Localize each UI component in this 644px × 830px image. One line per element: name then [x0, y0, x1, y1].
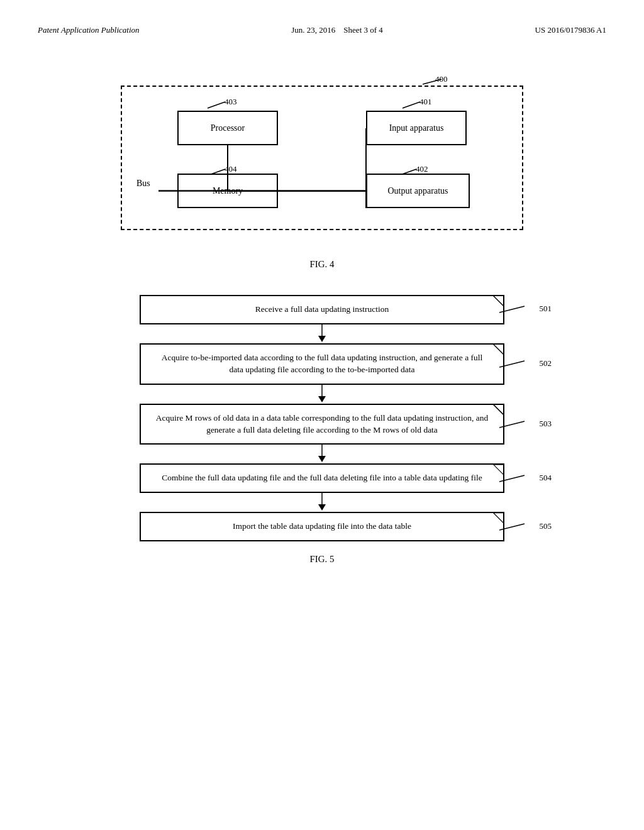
ref-502-label: 502 — [540, 358, 552, 368]
ref-502: 502 — [499, 358, 552, 370]
step-501-text: Receive a full data updating instruction — [255, 304, 389, 314]
ref-505-label: 505 — [540, 521, 552, 531]
fig4-caption: FIG. 4 — [309, 259, 334, 270]
page-header: Patent Application Publication Jun. 23, … — [38, 25, 606, 35]
svg-line-23 — [499, 306, 525, 313]
flow-item-505: Import the table data updating file into… — [140, 512, 504, 541]
svg-line-29 — [499, 421, 525, 428]
ref-501-label: 501 — [540, 304, 552, 313]
svg-marker-31 — [318, 456, 326, 462]
ref-505: 505 — [499, 521, 552, 533]
memory-box: Memory — [177, 174, 278, 208]
header-left: Patent Application Publication — [38, 25, 140, 35]
input-box: Input apparatus — [366, 111, 467, 145]
arrow-1 — [140, 324, 504, 343]
svg-line-32 — [499, 475, 525, 482]
ref-503-label: 503 — [540, 419, 552, 428]
fig5-container: Receive a full data updating instruction… — [38, 295, 606, 571]
arrow-4 — [140, 493, 504, 512]
step-503-text: Acquire M rows of old data in a data tab… — [156, 413, 489, 434]
processor-label: Processor — [211, 123, 245, 133]
arrow-2 — [140, 385, 504, 404]
ref-404-label: 404 — [225, 164, 237, 174]
ref-503: 503 — [499, 418, 552, 431]
ref-504-label: 504 — [540, 473, 552, 482]
step-505-text: Import the table data updating file into… — [233, 521, 411, 531]
flow-box-503: Acquire M rows of old data in a data tab… — [140, 404, 504, 445]
bus-label: Bus — [136, 179, 150, 189]
svg-marker-28 — [318, 396, 326, 402]
flow-box-504: Combine the full data updating file and … — [140, 463, 504, 493]
step-502-text: Acquire to-be-imported data according to… — [162, 353, 483, 374]
svg-marker-34 — [318, 504, 326, 511]
memory-label: Memory — [213, 186, 243, 196]
header-date: Jun. 23, 2016 — [291, 25, 335, 35]
header-right: US 2016/0179836 A1 — [535, 25, 606, 35]
header-center: Jun. 23, 2016 Sheet 3 of 4 — [291, 25, 383, 35]
svg-line-26 — [499, 361, 525, 367]
ref-401-label: 401 — [419, 97, 432, 107]
flow-box-502: Acquire to-be-imported data according to… — [140, 343, 504, 385]
header-sheet: Sheet 3 of 4 — [343, 25, 382, 35]
arrow-3 — [140, 445, 504, 463]
svg-line-2 — [402, 102, 420, 108]
svg-line-35 — [499, 524, 525, 530]
fig4-outer-box — [121, 86, 523, 230]
svg-marker-25 — [318, 336, 326, 342]
page: Patent Application Publication Jun. 23, … — [0, 0, 644, 830]
ref-504: 504 — [499, 472, 552, 485]
ref-400-label: 400 — [435, 74, 448, 84]
output-label: Output apparatus — [387, 186, 448, 196]
input-label: Input apparatus — [389, 123, 444, 133]
fig5-caption: FIG. 5 — [309, 554, 334, 565]
svg-line-1 — [208, 102, 225, 108]
ref-501: 501 — [499, 303, 552, 316]
fig5-inner: Receive a full data updating instruction… — [140, 295, 504, 541]
flow-item-503: Acquire M rows of old data in a data tab… — [140, 404, 504, 445]
flow-box-505: Import the table data updating file into… — [140, 512, 504, 541]
flow-item-502: Acquire to-be-imported data according to… — [140, 343, 504, 385]
flow-item-504: Combine the full data updating file and … — [140, 463, 504, 493]
flow-item-501: Receive a full data updating instruction… — [140, 295, 504, 324]
ref-402-label: 402 — [416, 164, 428, 174]
ref-403-label: 403 — [225, 97, 237, 107]
fig4-container: 400 403 401 404 402 Processor — [38, 73, 606, 276]
step-504-text: Combine the full data updating file and … — [162, 473, 482, 482]
fig4-diagram: 400 403 401 404 402 Processor — [102, 73, 542, 249]
processor-box: Processor — [177, 111, 278, 145]
output-box: Output apparatus — [366, 174, 470, 208]
flow-box-501: Receive a full data updating instruction — [140, 295, 504, 324]
